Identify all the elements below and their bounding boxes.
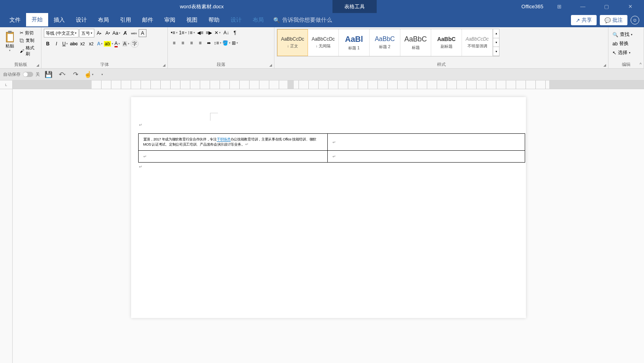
- bold-button[interactable]: B: [44, 40, 52, 48]
- tab-layout[interactable]: 布局: [92, 13, 115, 27]
- undo-button[interactable]: ↶▾: [57, 70, 67, 79]
- select-button[interactable]: ↖选择 ▾: [611, 49, 641, 57]
- align-center-button[interactable]: ≡: [179, 39, 187, 47]
- tab-insert[interactable]: 插入: [48, 13, 70, 27]
- tab-file[interactable]: 文件: [4, 13, 26, 27]
- shading-button[interactable]: 🪣: [222, 39, 230, 47]
- tab-mail[interactable]: 邮件: [137, 13, 159, 27]
- highlight-button[interactable]: ab: [105, 40, 113, 48]
- asian-layout-button[interactable]: ✕: [214, 29, 222, 37]
- style-title[interactable]: AaBbC 标题: [400, 29, 431, 56]
- character-shading-button[interactable]: A: [122, 40, 130, 48]
- increase-indent-button[interactable]: ≡▶: [205, 29, 213, 37]
- table-cell[interactable]: 置顶，2017 年成为微软教育行业合作伙伴，专注干职场类办公技能教育培训，主要从…: [138, 134, 328, 151]
- document-page[interactable]: ↵ 置顶，2017 年成为微软教育行业合作伙伴，专注干职场类办公技能教育培训，主…: [131, 97, 526, 318]
- style-heading1[interactable]: AaBl 标题 1: [339, 29, 370, 56]
- tab-table-layout[interactable]: 布局: [247, 13, 269, 27]
- tab-home[interactable]: 开始: [26, 13, 48, 27]
- bullets-button[interactable]: •≡: [170, 29, 178, 37]
- redo-button[interactable]: ↷: [71, 70, 80, 79]
- change-case-button[interactable]: Aa: [113, 29, 120, 37]
- superscript-button[interactable]: x2: [87, 40, 95, 48]
- format-painter-button[interactable]: 🖌格式刷: [19, 45, 39, 57]
- borders-button[interactable]: ⊞: [231, 39, 239, 47]
- subscript-button[interactable]: x2: [79, 40, 86, 48]
- style-no-spacing[interactable]: AaBbCcDc ↓ 无间隔: [308, 29, 339, 56]
- style-heading2[interactable]: AaBbC 标题 2: [370, 29, 400, 56]
- paragraph-mark-icon: ↵: [139, 123, 142, 127]
- tab-help[interactable]: 帮助: [203, 13, 225, 27]
- underline-button[interactable]: U: [61, 40, 69, 48]
- grow-font-button[interactable]: A▴: [95, 29, 103, 37]
- table-cell[interactable]: ↵: [328, 151, 525, 163]
- maximize-button[interactable]: ▢: [599, 1, 614, 13]
- table-cell[interactable]: ↵: [138, 151, 328, 163]
- page-viewport[interactable]: ↵ 置顶，2017 年成为微软教育行业合作伙伴，专注干职场类办公技能教育培训，主…: [13, 89, 644, 363]
- clear-formatting-button[interactable]: A̸: [121, 29, 129, 37]
- character-border-button[interactable]: A: [139, 29, 146, 37]
- replace-icon: ab: [612, 41, 618, 47]
- phonetic-guide-button[interactable]: wén: [130, 29, 138, 37]
- italic-button[interactable]: I: [53, 40, 60, 48]
- page-margin-corner: [210, 113, 218, 121]
- distributed-button[interactable]: ⬌: [205, 39, 213, 47]
- align-right-button[interactable]: ≡: [188, 39, 195, 47]
- cut-button[interactable]: ✂剪切: [19, 30, 39, 36]
- font-color-button[interactable]: A: [113, 40, 121, 48]
- gallery-more-button[interactable]: ▾: [493, 47, 499, 56]
- save-button[interactable]: 💾: [44, 70, 53, 79]
- comments-button[interactable]: 💬 批注: [600, 15, 627, 25]
- line-spacing-button[interactable]: ↕≡: [214, 39, 222, 47]
- shrink-font-button[interactable]: A▾: [104, 29, 112, 37]
- search-icon: 🔍: [273, 17, 280, 23]
- minimize-button[interactable]: —: [575, 1, 591, 13]
- tab-review[interactable]: 审阅: [159, 13, 181, 27]
- font-dialog-launcher[interactable]: ◢: [161, 62, 167, 68]
- style-subtitle[interactable]: AaBbC 副标题: [431, 29, 462, 56]
- chevron-down-icon: ▾: [92, 73, 94, 76]
- tab-design[interactable]: 设计: [70, 13, 92, 27]
- copy-button[interactable]: ⿻复制: [19, 37, 39, 44]
- tab-view[interactable]: 视图: [181, 13, 203, 27]
- customize-qat-button[interactable]: ▾: [98, 70, 107, 79]
- tab-references[interactable]: 引用: [115, 13, 137, 27]
- justify-button[interactable]: ≡: [196, 39, 204, 47]
- account-icon[interactable]: ⊞: [551, 1, 567, 13]
- strikethrough-button[interactable]: abc: [70, 40, 78, 48]
- document-table[interactable]: 置顶，2017 年成为微软教育行业合作伙伴，专注干职场类办公技能教育培训，主要从…: [138, 133, 525, 163]
- vertical-ruler[interactable]: [0, 89, 13, 363]
- enclose-characters-button[interactable]: 字: [131, 40, 139, 48]
- text-effects-button[interactable]: A: [96, 40, 104, 48]
- decrease-indent-button[interactable]: ◀≡: [196, 29, 204, 37]
- find-button[interactable]: 🔍查找 ▾: [611, 30, 641, 39]
- tab-table-design[interactable]: 设计: [225, 13, 247, 27]
- styles-dialog-launcher[interactable]: ◢: [602, 62, 607, 68]
- align-left-button[interactable]: ≡: [170, 39, 178, 47]
- gallery-down-button[interactable]: ▾: [493, 38, 499, 47]
- table-cell[interactable]: ↵: [328, 134, 525, 151]
- clipboard-dialog-launcher[interactable]: ◢: [35, 62, 40, 68]
- style-normal[interactable]: AaBbCcDc ↓ 正文: [277, 29, 308, 56]
- paragraph-dialog-launcher[interactable]: ◢: [268, 62, 273, 68]
- collapse-ribbon-button[interactable]: ^: [640, 62, 642, 67]
- replace-button[interactable]: ab替换: [611, 39, 641, 48]
- table-row[interactable]: ↵ ↵: [138, 151, 525, 163]
- table-row[interactable]: 置顶，2017 年成为微软教育行业合作伙伴，专注干职场类办公技能教育培训，主要从…: [138, 134, 525, 151]
- share-button[interactable]: ↗ 共享: [571, 15, 597, 25]
- touch-mode-button[interactable]: ☝▾: [84, 70, 94, 79]
- autosave-toggle[interactable]: 自动保存 关: [3, 71, 40, 77]
- feedback-smiley-icon[interactable]: ☺: [631, 16, 639, 24]
- show-marks-button[interactable]: ¶: [231, 29, 239, 37]
- style-subtle-emphasis[interactable]: AaBbCcDc 不明显强调: [462, 29, 493, 56]
- tellme-search[interactable]: 🔍 告诉我你想要做什么: [273, 17, 332, 24]
- gallery-up-button[interactable]: ▴: [493, 29, 499, 38]
- paste-button[interactable]: 粘贴 ▾: [2, 29, 18, 62]
- font-size-combo[interactable]: 五号▾: [79, 29, 94, 37]
- group-label-paragraph: 段落: [170, 62, 272, 68]
- sort-button[interactable]: A↓: [222, 29, 230, 37]
- horizontal-ruler[interactable]: L: [0, 80, 644, 89]
- font-name-combo[interactable]: 等线 (中文正文▾: [44, 29, 79, 37]
- close-button[interactable]: ✕: [622, 1, 638, 13]
- multilevel-list-button[interactable]: ⁝≡: [188, 29, 195, 37]
- numbering-button[interactable]: 1≡: [179, 29, 187, 37]
